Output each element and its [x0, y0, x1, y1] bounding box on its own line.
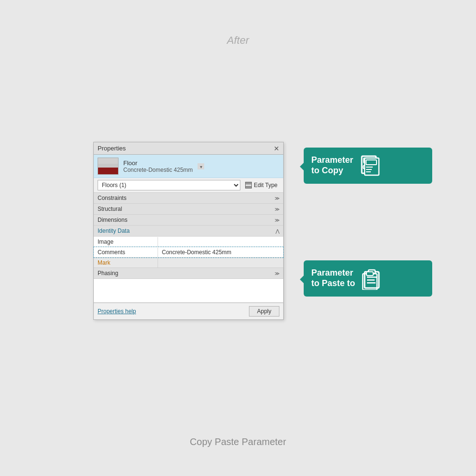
svg-rect-17 — [367, 272, 373, 276]
section-constraints[interactable]: Constraints ≫ — [94, 193, 283, 204]
section-structural-label: Structural — [98, 206, 275, 212]
properties-panel: Properties ✕ Floor Concrete-Domestic 425… — [93, 142, 284, 320]
section-phasing-chevron: ≫ — [275, 271, 279, 276]
svg-rect-8 — [366, 167, 373, 168]
svg-rect-9 — [366, 169, 372, 170]
floor-info: Floor Concrete-Domestic 425mm — [123, 159, 193, 173]
edit-type-button[interactable]: Edit Type — [243, 181, 279, 189]
data-row-image: Image — [94, 237, 283, 247]
svg-rect-10 — [366, 171, 371, 172]
floor-thumbnail — [98, 158, 119, 175]
data-label-image: Image — [94, 237, 158, 247]
paste-icon — [361, 267, 384, 290]
section-constraints-label: Constraints — [98, 195, 275, 201]
section-structural[interactable]: Structural ≫ — [94, 204, 283, 215]
copy-icon — [359, 154, 382, 177]
data-label-mark: Mark — [94, 258, 158, 268]
callout-copy-line1: Parameter — [311, 155, 353, 166]
apply-button[interactable]: Apply — [249, 306, 279, 317]
panel-title: Properties — [98, 145, 126, 152]
edit-type-label: Edit Type — [254, 182, 278, 188]
floor-type: Concrete-Domestic 425mm — [123, 167, 193, 173]
data-value-comments[interactable]: Concrete-Domestic 425mm — [158, 248, 283, 257]
svg-rect-15 — [367, 282, 376, 284]
callout-copy-line2: to Copy — [311, 166, 353, 176]
section-identity-data-label: Identity Data — [98, 228, 276, 234]
panel-footer: Properties help Apply — [94, 303, 283, 319]
section-constraints-chevron: ≫ — [275, 196, 279, 201]
callout-copy-text: Parameter to Copy — [311, 155, 353, 176]
svg-rect-13 — [367, 277, 377, 278]
callout-paste-text: Parameter to Paste to — [311, 268, 355, 288]
svg-rect-14 — [367, 279, 375, 281]
callout-paste-line1: Parameter — [311, 268, 355, 278]
section-dimensions-label: Dimensions — [98, 217, 275, 223]
section-phasing-label: Phasing — [98, 270, 275, 277]
data-row-mark: Mark — [94, 258, 283, 268]
dropdown-row: Floors (1) Edit Type — [94, 178, 283, 193]
callout-paste: Parameter to Paste to — [304, 260, 432, 297]
floor-thumb-bot — [98, 168, 118, 174]
after-label: After — [227, 34, 249, 47]
section-identity-data-chevron: ⋀ — [276, 228, 279, 234]
floor-thumb-mid — [98, 164, 118, 168]
data-value-image[interactable] — [158, 240, 283, 243]
section-identity-data[interactable]: Identity Data ⋀ — [94, 226, 283, 237]
section-dimensions-chevron: ≫ — [275, 218, 279, 223]
panel-titlebar: Properties ✕ — [94, 142, 283, 155]
section-dimensions[interactable]: Dimensions ≫ — [94, 215, 283, 226]
section-structural-chevron: ≫ — [275, 207, 279, 212]
section-phasing[interactable]: Phasing ≫ — [94, 268, 283, 279]
properties-help-link[interactable]: Properties help — [98, 308, 136, 315]
close-button[interactable]: ✕ — [274, 145, 279, 152]
floors-dropdown[interactable]: Floors (1) — [98, 180, 240, 190]
edit-type-icon — [245, 182, 252, 188]
data-row-comments: Comments Concrete-Domestic 425mm — [94, 247, 283, 258]
data-label-comments: Comments — [94, 248, 158, 257]
floor-name: Floor — [123, 159, 193, 167]
floor-thumb-top — [98, 158, 118, 164]
floor-scroll[interactable]: ▾ — [198, 163, 204, 169]
bottom-label: Copy Paste Parameter — [190, 436, 286, 447]
empty-space — [94, 279, 283, 303]
floor-preview-row: Floor Concrete-Domestic 425mm ▾ — [94, 155, 283, 178]
callout-copy: Parameter to Copy — [304, 148, 432, 184]
callout-paste-line2: to Paste to — [311, 278, 355, 289]
data-value-mark[interactable] — [158, 261, 283, 264]
